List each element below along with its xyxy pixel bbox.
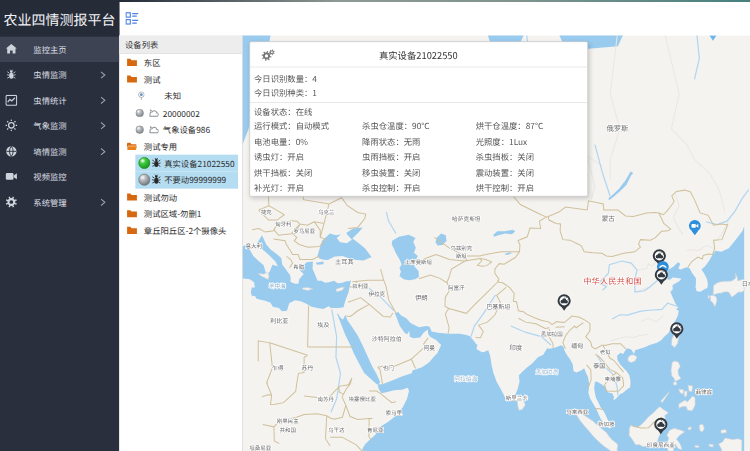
svg-text:也门: 也门 [383, 364, 395, 372]
svg-text:阿拉伯海: 阿拉伯海 [454, 374, 477, 383]
svg-text:埃及: 埃及 [317, 320, 329, 329]
svg-text:叙利亚: 叙利亚 [352, 282, 369, 290]
svg-text:南苏丹: 南苏丹 [318, 395, 335, 403]
svg-text:索马里: 索马里 [386, 409, 403, 417]
svg-text:利比亚: 利比亚 [270, 316, 288, 325]
svg-text:苏丹: 苏丹 [301, 363, 313, 372]
svg-text:马来西亚: 马来西亚 [566, 408, 589, 416]
svg-text:中华人民共和国: 中华人民共和国 [584, 275, 642, 286]
svg-text:菲律宾: 菲律宾 [696, 388, 713, 396]
svg-text:孟加拉国: 孟加拉国 [541, 330, 564, 338]
svg-text:刚果民主: 刚果民主 [277, 417, 300, 425]
svg-text:巴基斯坦: 巴基斯坦 [486, 302, 510, 311]
svg-text:缅甸: 缅甸 [571, 341, 583, 350]
svg-text:肯尼亚: 肯尼亚 [367, 426, 384, 434]
svg-text:新加坡: 新加坡 [598, 420, 615, 428]
svg-text:俄罗斯: 俄罗斯 [607, 123, 629, 133]
svg-text:老挝: 老挝 [600, 348, 612, 356]
svg-text:希腊: 希腊 [293, 263, 305, 271]
svg-text:沙特阿拉伯: 沙特阿拉伯 [372, 334, 402, 343]
svg-text:意大利: 意大利 [246, 242, 263, 250]
svg-text:乍得: 乍得 [272, 363, 284, 372]
svg-text:斯里兰卡: 斯里兰卡 [506, 394, 529, 402]
svg-text:捷克: 捷克 [261, 208, 272, 216]
svg-text:土耳其: 土耳其 [335, 257, 354, 266]
svg-text:伊拉克: 伊拉克 [369, 290, 386, 298]
svg-text:印度: 印度 [509, 342, 523, 352]
svg-text:匈牙利: 匈牙利 [275, 220, 291, 228]
svg-text:乌克兰: 乌克兰 [318, 208, 335, 216]
svg-text:斯坦: 斯坦 [456, 252, 467, 260]
svg-text:乌干达: 乌干达 [328, 426, 345, 434]
svg-text:土库曼斯坦: 土库曼斯坦 [405, 258, 433, 266]
svg-text:阿富汗: 阿富汗 [448, 284, 465, 292]
svg-text:哈萨克斯坦: 哈萨克斯坦 [452, 214, 481, 223]
svg-text:柬埔寨: 柬埔寨 [605, 375, 622, 383]
svg-text:阿曼: 阿曼 [424, 343, 436, 352]
svg-text:孟加拉湾: 孟加拉湾 [536, 368, 559, 376]
svg-text:坦桑尼亚: 坦桑尼亚 [249, 444, 272, 451]
svg-text:伊朗: 伊朗 [415, 293, 428, 302]
svg-text:罗马尼亚: 罗马尼亚 [294, 227, 316, 235]
svg-text:共和国: 共和国 [280, 426, 297, 434]
svg-text:地中海: 地中海 [269, 282, 286, 290]
svg-text:埃塞俄比亚: 埃塞俄比亚 [349, 395, 377, 403]
svg-text:泰国: 泰国 [593, 361, 605, 370]
svg-text:印度尼西亚: 印度尼西亚 [647, 441, 675, 449]
svg-text:日本: 日本 [742, 279, 750, 288]
svg-text:蒙古: 蒙古 [602, 213, 616, 223]
